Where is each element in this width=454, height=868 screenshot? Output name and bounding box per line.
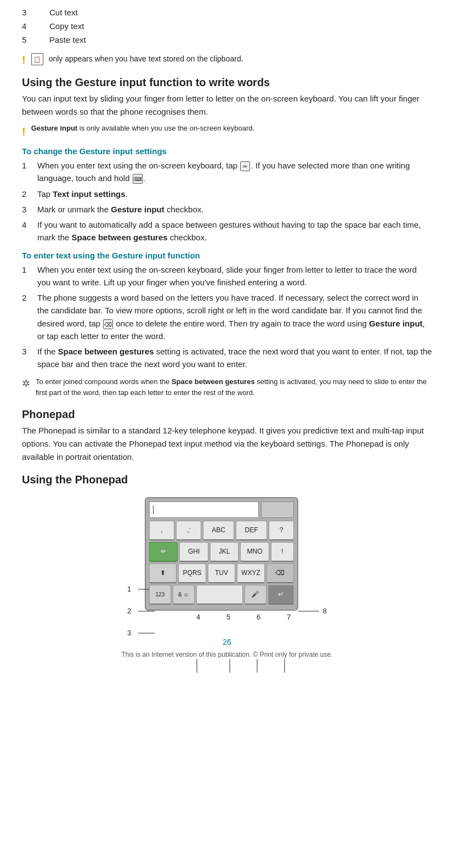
key-mic[interactable]: 🎤 <box>245 585 266 605</box>
step-num-3: 3 <box>22 203 33 216</box>
gesture-availability-text: Gesture input is only available when you… <box>31 123 255 134</box>
change-step-2: 2 Tap Text input settings. <box>22 188 432 200</box>
page-content: 3 Cut text 4 Copy text 5 Paste text ! 📋 … <box>22 0 432 658</box>
keyboard-input-field <box>149 501 259 518</box>
keyboard-outer: , .,­' ABC DEF ? ✏ GHI JKL MNO ! ⬆ <box>145 497 298 611</box>
row-num-3: 3 <box>22 8 49 17</box>
keyboard-row-2: ✏ GHI JKL MNO ! <box>149 542 294 562</box>
callout-num-5: 5 <box>226 613 230 621</box>
key-punct[interactable]: .,­' <box>176 521 201 540</box>
using-phonepad-heading: Using the Phonepad <box>22 474 432 486</box>
enter-step-3-text: If the Space between gestures setting is… <box>37 345 432 371</box>
key-backspace[interactable]: ⌫ <box>266 563 294 583</box>
enter-step-num-3: 3 <box>22 345 33 371</box>
key-question[interactable]: ? <box>269 521 294 540</box>
step-4-text: If you want to automatically add a space… <box>37 218 432 244</box>
key-wxyz[interactable]: WXYZ <box>237 563 264 583</box>
clipboard-note: ! 📋 only appears when you have text stor… <box>22 53 432 66</box>
step-1-text: When you enter text using the on-screen … <box>37 159 432 185</box>
keyboard-input-row <box>149 501 294 518</box>
keyboard-send-button[interactable] <box>261 501 294 518</box>
row-label-5: Paste text <box>49 35 86 44</box>
change-settings-heading: To change the Gesture input settings <box>22 146 432 156</box>
callout-num-4: 4 <box>196 613 200 621</box>
table-section: 3 Cut text 4 Copy text 5 Paste text <box>22 5 432 47</box>
enter-step-2-text: The phone suggests a word based on the l… <box>37 291 432 342</box>
key-comma[interactable]: , <box>149 521 174 540</box>
change-step-1: 1 When you enter text using the on-scree… <box>22 159 432 185</box>
key-123[interactable]: 123 <box>149 585 171 605</box>
enter-step-1-text: When you enter text using the on-screen … <box>37 263 432 289</box>
phonepad-body: The Phonepad is similar to a standard 12… <box>22 424 432 464</box>
key-enter[interactable]: ↵ <box>268 585 294 605</box>
keyboard-row-3: ⬆ PQRS TUV WXYZ ⌫ <box>149 563 294 583</box>
tip-block: ✲ To enter joined compound words when th… <box>22 376 432 398</box>
key-emoji[interactable]: & ☺ <box>173 585 195 605</box>
enter-step-2: 2 The phone suggests a word based on the… <box>22 291 432 342</box>
callout-num-7: 7 <box>287 613 291 621</box>
key-tuv[interactable]: TUV <box>208 563 235 583</box>
step-3-text: Mark or unmark the Gesture input checkbo… <box>37 203 203 216</box>
enter-text-heading: To enter text using the Gesture input fu… <box>22 251 432 260</box>
table-row: 5 Paste text <box>22 33 432 47</box>
callout-label-1: 1 <box>127 585 131 593</box>
key-ghi[interactable]: GHI <box>179 542 208 562</box>
phonepad-image: 1 2 3 8 <box>22 497 432 621</box>
key-def[interactable]: DEF <box>236 521 267 540</box>
tip-sun-icon: ✲ <box>22 377 30 390</box>
phonepad-heading: Phonepad <box>22 408 432 421</box>
keyboard-icon: ⌨ <box>133 174 143 184</box>
row-label-3: Cut text <box>49 8 78 17</box>
enter-text-list: 1 When you enter text using the on-scree… <box>22 263 432 371</box>
table-row: 3 Cut text <box>22 5 432 19</box>
phonepad-wrapper: 1 2 3 8 <box>112 497 342 621</box>
tip-text: To enter joined compound words when the … <box>36 376 432 398</box>
enter-step-num-2: 2 <box>22 291 33 342</box>
key-pqrs[interactable]: PQRS <box>178 563 206 583</box>
pencil-icon: ✏ <box>240 161 250 171</box>
clipboard-note-text: only appears when you have text stored o… <box>49 53 243 65</box>
exclamation-icon-2: ! <box>22 123 26 140</box>
keyboard-row-1: , .,­' ABC DEF ? <box>149 521 294 540</box>
enter-step-3: 3 If the Space between gestures setting … <box>22 345 432 371</box>
gesture-availability-note: ! Gesture input is only available when y… <box>22 123 432 140</box>
row-num-4: 4 <box>22 21 49 31</box>
enter-step-1: 1 When you enter text using the on-scree… <box>22 263 432 289</box>
callout-label-8: 8 <box>323 607 327 615</box>
bottom-callout-nums: 4 5 6 7 <box>150 613 304 621</box>
row-label-4: Copy text <box>49 21 84 31</box>
gesture-section-heading: Using the Gesture input function to writ… <box>22 76 432 89</box>
key-jkl[interactable]: JKL <box>210 542 239 562</box>
key-mno[interactable]: MNO <box>240 542 269 562</box>
step-num-4: 4 <box>22 218 33 244</box>
footer-text: This is an Internet version of this publ… <box>22 651 432 658</box>
callout-label-3: 3 <box>127 629 131 637</box>
clipboard-icon: 📋 <box>31 53 43 65</box>
key-abc[interactable]: ABC <box>203 521 234 540</box>
keyboard-row-4: 123 & ☺ 🎤 ↵ <box>149 585 294 605</box>
step-num-2: 2 <box>22 188 33 200</box>
change-settings-list: 1 When you enter text using the on-scree… <box>22 159 432 244</box>
change-step-3: 3 Mark or unmark the Gesture input check… <box>22 203 432 216</box>
page-number: 26 <box>22 638 432 646</box>
gesture-input-label: Gesture input <box>31 124 78 132</box>
gesture-section-body: You can input text by sliding your finge… <box>22 92 432 119</box>
key-1[interactable]: ✏ <box>149 542 178 562</box>
backspace-icon: ⌫ <box>103 319 113 329</box>
callout-label-2: 2 <box>127 607 131 615</box>
gesture-availability-suffix: is only available when you use the on-sc… <box>77 124 254 132</box>
change-step-4: 4 If you want to automatically add a spa… <box>22 218 432 244</box>
step-2-text: Tap Text input settings. <box>37 188 128 200</box>
key-shift[interactable]: ⬆ <box>149 563 177 583</box>
callout-num-6: 6 <box>257 613 260 621</box>
step-num-1: 1 <box>22 159 33 185</box>
exclamation-icon: ! <box>22 54 26 66</box>
enter-step-num-1: 1 <box>22 263 33 289</box>
text-cursor <box>153 505 154 514</box>
row-num-5: 5 <box>22 35 49 44</box>
table-row: 4 Copy text <box>22 19 432 33</box>
key-exclaim[interactable]: ! <box>271 542 294 562</box>
key-space[interactable] <box>196 585 243 605</box>
